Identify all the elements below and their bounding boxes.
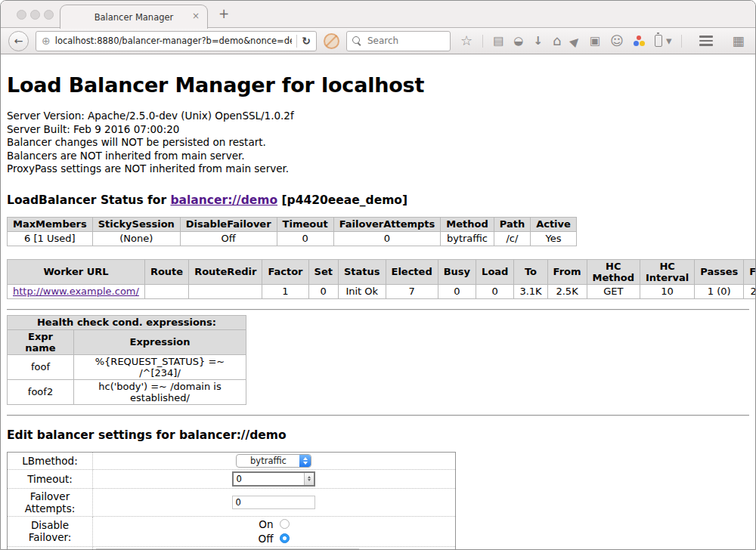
cell-active: Yes (531, 231, 577, 246)
cell-expression: hc('body') =~ /domain is established/ (74, 379, 246, 404)
failover-attempts-label: Failover Attempts: (8, 488, 93, 516)
table-header-row: MaxMembers StickySession DisableFailover… (8, 217, 577, 231)
loadbalancer-status-heading: LoadBalancer Status for balancer://demo … (7, 193, 749, 207)
overflow-caret-icon[interactable]: ▾ (666, 36, 672, 47)
status-heading-prefix: LoadBalancer Status for (7, 193, 170, 207)
downloads-icon[interactable]: ↓ (533, 36, 543, 47)
screenshot-icon[interactable]: ▣ (590, 36, 600, 47)
lbmethod-select[interactable]: bytraffic (236, 454, 311, 468)
cell-factor: 1 (262, 284, 308, 298)
lbmethod-cell: bytraffic (92, 452, 455, 469)
col-method: Method (441, 217, 494, 231)
cell-passes: 1 (0) (695, 284, 744, 298)
tab-bar: Balancer Manager × + (1, 1, 755, 28)
sticky-session-cell: (Use '-' to delete) (92, 546, 455, 550)
menu-icon[interactable] (699, 36, 713, 46)
proxypass-note-line: ProxyPass settings are NOT inherited fro… (7, 162, 749, 176)
disable-failover-cell: On Off (92, 516, 455, 546)
cell-method: bytraffic (441, 231, 494, 246)
search-input[interactable] (366, 35, 445, 47)
table-header-row: Worker URL Route RouteRedir Factor Set S… (8, 259, 756, 284)
browser-window: Balancer Manager × + ← ⊕ ↻ ☆ ▤ ◒ ↓ ⌂ ▶ ▣ (0, 0, 756, 550)
balancer-demo-link[interactable]: balancer://demo (170, 193, 277, 207)
window-controls[interactable] (17, 10, 54, 20)
zoom-window-button[interactable] (44, 10, 54, 20)
forum-smiley-icon[interactable]: ☺ (610, 35, 624, 48)
server-built-line: Server Built: Feb 9 2016 07:00:20 (7, 123, 749, 137)
home-icon[interactable]: ⌂ (553, 34, 561, 48)
cell-elected: 7 (386, 284, 438, 298)
col-status: Status (338, 259, 386, 284)
table-row: foof %{REQUEST_STATUS} =~ /^[234]/ (8, 354, 246, 379)
back-button[interactable]: ← (8, 31, 29, 51)
cell-expr-name: foof2 (8, 379, 74, 404)
balancer-status-table: MaxMembers StickySession DisableFailover… (7, 217, 577, 246)
navigation-toolbar: ← ⊕ ↻ ☆ ▤ ◒ ↓ ⌂ ▶ ▣ ☺ ▾ ▦ (1, 28, 755, 54)
worker-url-link[interactable]: http://www.example.com/ (13, 286, 139, 297)
col-fails: Fails (744, 259, 756, 284)
col-route: Route (144, 259, 188, 284)
col-disablefailover: DisableFailover (180, 217, 277, 231)
worker-status-table: Worker URL Route RouteRedir Factor Set S… (7, 259, 756, 299)
radio-off-label: Off (259, 533, 274, 545)
content-blocked-icon[interactable] (324, 33, 339, 49)
table-row: 6 [1 Used] (None) Off 0 0 bytraffic /c/ … (8, 231, 577, 246)
col-failoverattempts: FailoverAttempts (333, 217, 441, 231)
edit-balancer-form: LBmethod: bytraffic Timeout: (7, 452, 456, 550)
search-bar[interactable] (346, 31, 451, 51)
form-row-sticky-session: Sticky Session: (Use '-' to delete) (8, 546, 456, 550)
col-factor: Factor (262, 259, 308, 284)
reload-icon[interactable]: ↻ (302, 36, 311, 46)
sticky-session-label: Sticky Session: (8, 546, 93, 550)
toolbar-divider (681, 35, 682, 48)
col-expr-name: Expr name (8, 329, 74, 354)
balancers-note-line: Balancers are NOT inherited from main se… (7, 150, 749, 163)
number-spinner-icon[interactable] (304, 473, 314, 485)
col-path: Path (494, 217, 530, 231)
form-row-failover-attempts: Failover Attempts: (8, 488, 456, 516)
timeout-field[interactable] (232, 471, 315, 487)
col-maxmembers: MaxMembers (8, 217, 93, 231)
cell-routeredir (189, 284, 262, 298)
separator (7, 309, 749, 311)
cell-expression: %{REQUEST_STATUS} =~ /^[234]/ (74, 354, 246, 379)
server-info: Server Version: Apache/2.5.0-dev (Unix) … (7, 110, 749, 176)
minimize-window-button[interactable] (30, 10, 40, 20)
battery-icon[interactable] (655, 35, 662, 47)
globe-icon: ⊕ (42, 36, 51, 46)
timeout-label: Timeout: (8, 469, 93, 488)
tab-groups-icon[interactable]: ▦ (732, 33, 744, 48)
col-routeredir: RouteRedir (189, 259, 262, 284)
radio-off[interactable] (280, 533, 290, 543)
bookmark-star-icon[interactable]: ☆ (460, 34, 472, 48)
cell-route (144, 284, 188, 298)
cell-hc-interval: 10 (640, 284, 694, 298)
col-passes: Passes (695, 259, 744, 284)
radio-on[interactable] (280, 519, 290, 529)
page-content: Load Balancer Manager for localhost Serv… (1, 73, 755, 550)
share-icon[interactable]: ▶ (569, 34, 583, 48)
urlbar-divider (296, 35, 297, 48)
new-tab-button[interactable]: + (218, 6, 229, 21)
page-title: Load Balancer Manager for localhost (7, 73, 749, 97)
failover-attempts-input[interactable] (232, 496, 315, 509)
col-elected: Elected (386, 259, 438, 284)
separator (7, 415, 749, 416)
reading-list-icon[interactable]: ▤ (493, 36, 503, 47)
form-row-timeout: Timeout: (8, 469, 456, 488)
cell-to: 3.1K (514, 284, 547, 298)
lbmethod-label: LBmethod: (8, 452, 93, 469)
cell-expr-name: foof (8, 354, 74, 379)
colors-extension-icon[interactable] (634, 36, 645, 47)
close-window-button[interactable] (17, 10, 26, 20)
url-input[interactable] (55, 36, 293, 46)
table-title-row: Health check cond. expressions: (8, 315, 246, 329)
pocket-icon[interactable]: ◒ (513, 36, 523, 47)
tab-balancer-manager[interactable]: Balancer Manager × (60, 5, 208, 29)
tab-close-icon[interactable]: × (192, 11, 200, 20)
col-active: Active (531, 217, 577, 231)
radio-on-label: On (259, 518, 273, 530)
url-bar[interactable]: ⊕ ↻ (36, 31, 317, 51)
col-from: From (547, 259, 587, 284)
timeout-input[interactable] (234, 473, 304, 485)
